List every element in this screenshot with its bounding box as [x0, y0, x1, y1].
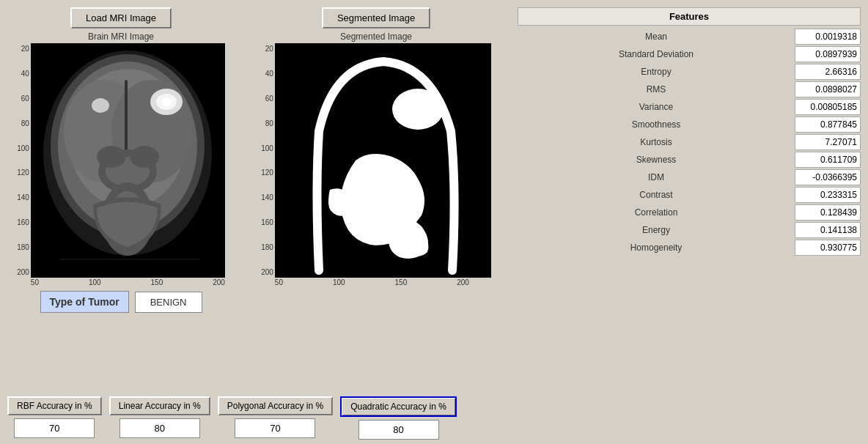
feature-value-std: 0.0897939: [795, 46, 861, 62]
feature-row-correlation: Correlation 0.128439: [518, 204, 861, 221]
feature-row-smoothness: Smoothness 0.877845: [518, 116, 861, 133]
type-tumor-label: Type of Tumor: [40, 291, 129, 313]
svg-point-24: [365, 180, 383, 192]
svg-point-17: [97, 146, 126, 168]
feature-value-variance: 0.00805185: [795, 99, 861, 115]
feature-value-mean: 0.0019318: [795, 29, 861, 45]
feature-row-skewness: Skewness 0.611709: [518, 152, 861, 168]
feature-value-homogeneity: 0.930775: [795, 240, 861, 256]
svg-point-11: [92, 98, 109, 113]
feature-name-correlation: Correlation: [518, 205, 795, 220]
mri-x-axis: 50100150200: [31, 278, 225, 286]
feature-value-energy: 0.141138: [795, 222, 861, 238]
feature-name-contrast: Contrast: [518, 188, 795, 202]
polygonal-accuracy-value: 70: [235, 418, 315, 438]
feature-name-smoothness: Smoothness: [518, 117, 795, 132]
linear-accuracy-group: Linear Accuracy in % 80: [109, 396, 210, 438]
feature-row-homogeneity: Homogeneity 0.930775: [518, 240, 861, 256]
segmented-image-button[interactable]: Segmented Image: [322, 7, 430, 29]
bottom-accuracy-section: RBF Accuracy in % 70 Linear Accuracy in …: [0, 392, 868, 444]
rbf-accuracy-group: RBF Accuracy in % 70: [7, 396, 102, 438]
features-panel: Features Mean 0.0019318 Standard Deviati…: [518, 7, 861, 385]
quadratic-accuracy-group: Quadratic Accuracy in % 80: [340, 396, 457, 440]
features-header: Features: [518, 7, 861, 26]
segmented-image-label: Segmented Image: [340, 32, 412, 42]
seg-x-axis: 50100150200: [275, 278, 469, 286]
feature-value-correlation: 0.128439: [795, 204, 861, 221]
feature-name-mean: Mean: [518, 29, 795, 44]
mri-image: [31, 43, 225, 278]
type-tumor-container: Type of Tumor BENIGN: [40, 291, 202, 313]
feature-row-entropy: Entropy 2.66316: [518, 64, 861, 80]
feature-row-rms: RMS 0.0898027: [518, 81, 861, 97]
svg-point-22: [414, 91, 441, 113]
tumor-value: BENIGN: [135, 292, 202, 313]
mri-y-axis: 20406080100 120140160180200: [17, 43, 31, 278]
feature-name-idm: IDM: [518, 170, 795, 185]
feature-value-kurtosis: 7.27071: [795, 134, 861, 150]
feature-name-kurtosis: Kurtosis: [518, 135, 795, 149]
feature-name-std: Standard Deviation: [518, 47, 795, 62]
feature-name-variance: Variance: [518, 100, 795, 114]
feature-row-contrast: Contrast 0.233315: [518, 187, 861, 203]
quadratic-accuracy-value: 80: [358, 420, 439, 440]
polygonal-accuracy-group: Polygonal Accuracy in % 70: [218, 396, 333, 438]
feature-row-std: Standard Deviation 0.0897939: [518, 46, 861, 62]
feature-name-entropy: Entropy: [518, 64, 795, 79]
feature-value-contrast: 0.233315: [795, 187, 861, 203]
seg-y-axis: 20406080100 120140160180200: [261, 43, 275, 278]
feature-name-energy: Energy: [518, 223, 795, 237]
feature-value-rms: 0.0898027: [795, 81, 861, 97]
feature-name-skewness: Skewness: [518, 152, 795, 167]
feature-row-mean: Mean 0.0019318: [518, 29, 861, 45]
feature-row-energy: Energy 0.141138: [518, 222, 861, 238]
segmented-image: [275, 43, 491, 278]
feature-value-idm: -0.0366395: [795, 169, 861, 185]
feature-value-skewness: 0.611709: [795, 152, 861, 168]
feature-value-entropy: 2.66316: [795, 64, 861, 80]
load-mri-button[interactable]: Load MRI Image: [70, 7, 172, 29]
feature-row-kurtosis: Kurtosis 7.27071: [518, 134, 861, 150]
quadratic-accuracy-button[interactable]: Quadratic Accuracy in %: [340, 396, 457, 417]
svg-point-10: [161, 97, 172, 106]
linear-accuracy-button[interactable]: Linear Accuracy in %: [109, 396, 210, 415]
linear-accuracy-value: 80: [119, 418, 200, 438]
mri-image-label: Brain MRI Image: [88, 32, 154, 42]
feature-row-variance: Variance 0.00805185: [518, 99, 861, 115]
rbf-accuracy-button[interactable]: RBF Accuracy in %: [7, 396, 102, 415]
feature-name-homogeneity: Homogeneity: [518, 240, 795, 255]
polygonal-accuracy-button[interactable]: Polygonal Accuracy in %: [218, 396, 333, 415]
feature-name-rms: RMS: [518, 82, 795, 97]
svg-point-23: [375, 166, 397, 181]
svg-point-18: [130, 146, 159, 168]
rbf-accuracy-value: 70: [14, 418, 95, 438]
feature-row-idm: IDM -0.0366395: [518, 169, 861, 185]
feature-value-smoothness: 0.877845: [795, 116, 861, 133]
